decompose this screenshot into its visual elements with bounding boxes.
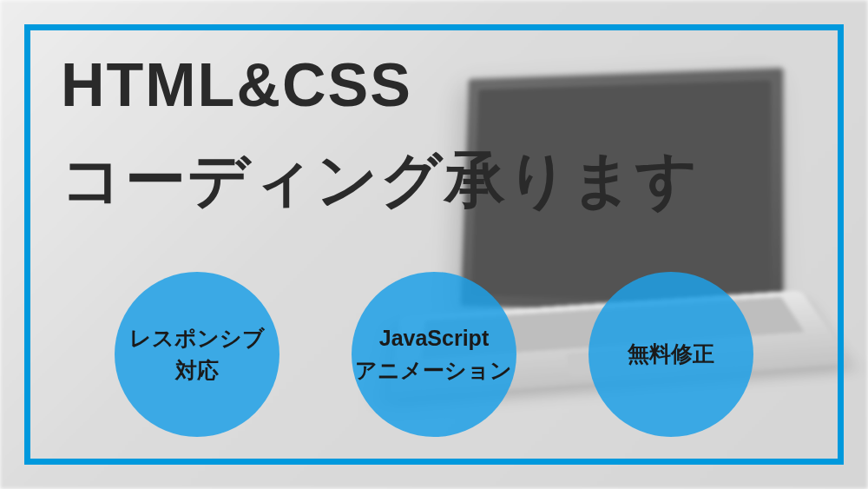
badge-text: レスポンシブ 対応: [129, 322, 265, 387]
badge-row: レスポンシブ 対応 JavaScript アニメーション 無料修正: [0, 272, 868, 437]
badge-text: JavaScript アニメーション: [355, 322, 512, 387]
badge-responsive: レスポンシブ 対応: [115, 272, 279, 437]
heading-line-1: HTML&CSS: [61, 52, 807, 119]
badge-revision: 無料修正: [589, 272, 753, 437]
content-area: HTML&CSS コーディング承ります レスポンシブ 対応 JavaScript…: [0, 0, 868, 489]
badge-javascript: JavaScript アニメーション: [352, 272, 516, 437]
heading-line-2: コーディング承ります: [61, 147, 807, 214]
badge-text: 無料修正: [628, 338, 714, 371]
